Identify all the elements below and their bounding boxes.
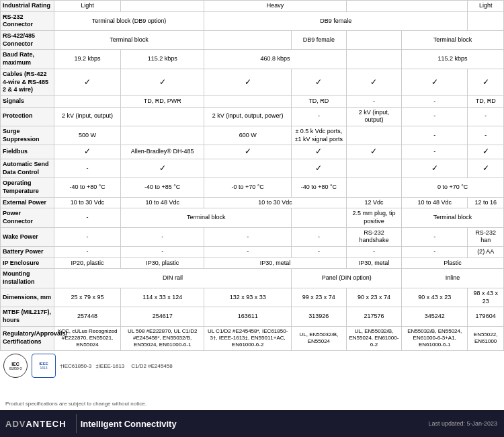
cell: 12 to 16	[468, 197, 504, 208]
cell: -	[54, 247, 121, 258]
cell: 10 to 30 Vdc	[54, 197, 121, 208]
cell: -	[346, 95, 402, 107]
row-label-baudrate: Baud Rate, maximum	[1, 50, 54, 69]
cell	[346, 178, 402, 197]
row-label-regulatory: Regulatory/Approvals/ Certifications	[1, 326, 54, 350]
cell: 0 to +70 °C	[402, 178, 504, 197]
row-label-industrial: Industrial Rating	[1, 1, 54, 12]
cell: 90 x 23 x 74	[346, 288, 402, 307]
cell: ✓	[204, 145, 292, 159]
spec-table: Industrial Rating Light Heavy Light RS-2…	[0, 0, 504, 351]
cell: 163611	[204, 307, 292, 326]
cell: -	[468, 107, 504, 126]
cell: 2 kV (input, output)	[54, 107, 121, 126]
cell: (2) AA	[468, 247, 504, 258]
cell: ✓	[204, 69, 292, 95]
cell: UL 508 #E222870, UL C1/D2 #E245458*, EN5…	[121, 326, 204, 350]
cell: ✓	[468, 69, 504, 95]
cell: 10 to 30 Vdc	[204, 197, 346, 208]
cell: 10 to 48 Vdc	[402, 197, 468, 208]
cell: DIN rail	[54, 269, 292, 288]
cell: ✓	[54, 69, 121, 95]
cell	[204, 31, 292, 50]
cell: KCC, cULus Recognized #E222870, EN55021,…	[54, 326, 121, 350]
row-label-mounting: Mounting Installation	[1, 269, 54, 288]
row-label-dimensions: Dimensions, mm	[1, 288, 54, 307]
row-label-cables: Cables (RS-422 4-wire & RS-485 2 & 4 wir…	[1, 69, 54, 95]
row-label-surge: Surge Suppression	[1, 126, 54, 145]
cell: IP30, metal	[204, 257, 346, 269]
row-label-ipenc: IP Enclosure	[1, 257, 54, 269]
row-label-autosend: Automatic Send Data Control	[1, 159, 54, 177]
table-row: Operating Temperature -40 to +80 °C -40 …	[1, 178, 504, 197]
table-row: Dimensions, mm 25 x 79 x 95 114 x 33 x 1…	[1, 288, 504, 307]
cert-label-ieee: ‡IEEE-1613	[95, 363, 124, 369]
cell: 313926	[292, 307, 347, 326]
spec-table-wrapper: Industrial Rating Light Heavy Light RS-2…	[0, 0, 504, 351]
cell	[292, 208, 347, 227]
row-label-mtbf: MTBF (MIL217F), hours	[1, 307, 54, 326]
cell: Terminal block (DB9 option)	[54, 11, 204, 30]
table-row: Mounting Installation DIN rail Panel (DI…	[1, 269, 504, 288]
table-row: Surge Suppression 500 W 600 W ± 0.5 k Vd…	[1, 126, 504, 145]
cert-icons-row: IEC 61850-3 IEEE 1613 †IEC61850-3 ‡IEEE-…	[0, 352, 176, 380]
cell: UL C1/D2 #E245458*, IEC61850-3†, IEEE-16…	[204, 326, 292, 350]
cell: EN55022, EN61000	[468, 326, 504, 350]
footer-note: Product specifications are subject to ch…	[0, 399, 504, 408]
cell: -	[402, 107, 468, 126]
row-label-rs232: RS-232 Connector	[1, 11, 54, 30]
cert-label-iec: †IEC61850-3	[60, 363, 91, 369]
cell: Light	[468, 1, 504, 12]
cell: -	[468, 126, 504, 145]
cell: 10 to 48 Vdc	[121, 197, 204, 208]
cell	[346, 126, 402, 145]
cell: -	[402, 227, 468, 246]
cell	[468, 11, 504, 30]
table-row: RS-232 Connector Terminal block (DB9 opt…	[1, 11, 504, 30]
cell: ✓	[402, 159, 468, 177]
page-wrapper: Industrial Rating Light Heavy Light RS-2…	[0, 0, 504, 437]
cell: TD, RD	[468, 95, 504, 107]
table-row: IP Enclosure IP20, plastic IP30, plastic…	[1, 257, 504, 269]
cell: ✓	[121, 69, 204, 95]
cell: -	[402, 95, 468, 107]
cell: 254617	[121, 307, 204, 326]
cell: ✓	[54, 145, 121, 159]
cell: ✓	[346, 69, 402, 95]
cell: 2 kV (input, output)	[346, 107, 402, 126]
footer-divider	[76, 414, 77, 433]
cell: RS-232 handshake	[346, 227, 402, 246]
table-row: External Power 10 to 30 Vdc 10 to 48 Vdc…	[1, 197, 504, 208]
cell: -	[54, 159, 121, 177]
cell: ✓	[468, 145, 504, 159]
cell: IP20, plastic	[54, 257, 121, 269]
row-label-wakepower: Wake Power	[1, 227, 54, 246]
row-label-extpower: External Power	[1, 197, 54, 208]
cert-label-c1d2: C1/D2 #E245458	[131, 363, 172, 369]
cell: 99 x 23 x 74	[292, 288, 347, 307]
footer-logo: ADVANTECH	[0, 419, 72, 429]
table-row: MTBF (MIL217F), hours 257448 254617 1636…	[1, 307, 504, 326]
cell: -	[402, 247, 468, 258]
cell: -	[54, 208, 121, 227]
cell: 2 kV (input, output, power)	[204, 107, 292, 126]
cell: DB9 female	[204, 11, 468, 30]
cell: -40 to +80 °C	[54, 178, 121, 197]
cell: -	[292, 247, 347, 258]
cell: 500 W	[54, 126, 121, 145]
cell: -	[402, 126, 468, 145]
cell: -	[292, 107, 347, 126]
table-row: Automatic Send Data Control - ✓ ✓ ✓ ✓	[1, 159, 504, 177]
cell: Plastic	[402, 257, 504, 269]
cell: -40 to +80 °C	[292, 178, 347, 197]
table-row: RS-422/485 Connector Terminal block DB9 …	[1, 31, 504, 50]
cell: -	[346, 247, 402, 258]
row-label-protection: Protection	[1, 107, 54, 126]
cell: 257448	[54, 307, 121, 326]
cell: -	[204, 247, 292, 258]
cell: -	[54, 227, 121, 246]
table-row: Signals TD, RD, PWR TD, RD - - TD, RD	[1, 95, 504, 107]
table-row: Power Connector - Terminal block 2.5 mm …	[1, 208, 504, 227]
cell: ✓	[121, 159, 204, 177]
row-label-battpower: Battery Power	[1, 247, 54, 258]
